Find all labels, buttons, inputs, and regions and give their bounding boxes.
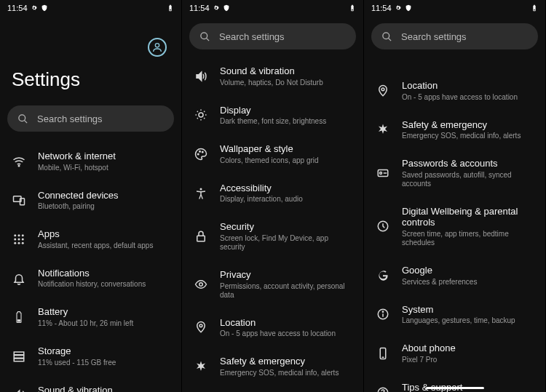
item-system[interactable]: SystemLanguages, gestures, time, backup: [371, 295, 538, 335]
item-about-phone[interactable]: About phonePixel 7 Pro: [371, 334, 538, 373]
svg-rect-17: [14, 355, 24, 358]
svg-point-14: [22, 242, 24, 244]
item-passwords[interactable]: Passwords & accountsSaved passwords, aut…: [189, 386, 356, 392]
item-sub: 11% used - 115 GB free: [38, 359, 116, 367]
search-settings[interactable]: Search settings: [371, 23, 538, 49]
item-sub: 11% - About 10 hr, 26 min left: [38, 319, 133, 328]
wifi-icon: [12, 154, 26, 169]
item-title: Sound & vibration: [38, 385, 141, 392]
svg-point-9: [14, 238, 16, 240]
status-bar: 11:54: [364, 0, 545, 16]
svg-point-7: [18, 234, 20, 236]
battery-icon: [349, 4, 356, 12]
svg-point-31: [383, 32, 389, 39]
item-sub: Services & preferences: [402, 278, 477, 287]
phone-screen-3: 11:54 Search settings LocationOn - 5 app…: [364, 0, 546, 392]
item-sub: On - 5 apps have access to location: [402, 93, 518, 102]
gesture-nav-bar[interactable]: [426, 387, 484, 389]
shield-icon: [405, 4, 412, 12]
item-wellbeing[interactable]: Digital Wellbeing & parental controlsScr…: [371, 197, 538, 256]
gear-icon: [395, 4, 402, 12]
item-title: Google: [402, 265, 477, 276]
svg-point-24: [202, 151, 204, 153]
item-sub: Pixel 7 Pro: [402, 356, 456, 364]
item-location[interactable]: LocationOn - 5 apps have access to locat…: [371, 71, 538, 111]
svg-point-1: [19, 114, 25, 121]
battery-icon: [12, 310, 26, 324]
item-title: Digital Wellbeing & parental controls: [402, 206, 534, 228]
item-sub: Notification history, conversations: [38, 280, 146, 289]
svg-rect-26: [197, 236, 205, 241]
item-sub: Colors, themed icons, app grid: [220, 156, 319, 165]
item-sub: Screen lock, Find My Device, app securit…: [220, 234, 352, 252]
svg-rect-16: [14, 352, 24, 355]
devices-icon: [12, 193, 26, 207]
search-settings[interactable]: Search settings: [7, 105, 174, 132]
item-title: Security: [220, 221, 352, 233]
item-sound[interactable]: Sound & vibrationVolume, haptics, Do Not…: [189, 57, 356, 96]
search-icon: [199, 31, 210, 42]
item-safety[interactable]: Safety & emergencyEmergency SOS, medical…: [189, 347, 356, 386]
svg-point-6: [14, 234, 16, 236]
svg-point-8: [22, 234, 24, 236]
item-title: Connected devices: [38, 190, 119, 201]
svg-point-27: [199, 283, 203, 287]
item-title: Battery: [38, 306, 133, 318]
item-title: Apps: [38, 228, 153, 240]
svg-point-0: [155, 44, 159, 47]
item-tips[interactable]: Tips & supportHelp articles, phone & cha…: [371, 373, 538, 392]
item-passwords[interactable]: Passwords & accountsSaved passwords, aut…: [371, 149, 538, 197]
search-icon: [381, 31, 392, 42]
palette-icon: [194, 147, 208, 161]
item-sub: Dark theme, font size, brightness: [220, 117, 326, 126]
gear-icon: [213, 4, 220, 12]
svg-point-22: [198, 153, 199, 155]
item-connected-devices[interactable]: Connected devicesBluetooth, pairing: [7, 181, 174, 220]
item-title: Display: [220, 105, 326, 116]
item-title: Safety & emergency: [402, 119, 521, 131]
item-network[interactable]: Network & internetMobile, Wi-Fi, hotspot: [7, 142, 174, 181]
phone-screen-2: 11:54 Search settings Sound & vibrationV…: [182, 0, 364, 392]
item-wallpaper[interactable]: Wallpaper & styleColors, themed icons, a…: [189, 135, 356, 174]
search-placeholder: Search settings: [219, 31, 285, 42]
item-title: Accessibility: [220, 183, 303, 194]
profile-avatar[interactable]: [148, 38, 167, 57]
item-apps[interactable]: AppsAssistant, recent apps, default apps: [7, 220, 174, 259]
item-title: Privacy: [220, 269, 352, 281]
item-storage[interactable]: Storage11% used - 115 GB free: [7, 337, 174, 376]
phone-screen-1: 11:54 Settings Search settings Network &…: [0, 0, 182, 392]
item-display[interactable]: DisplayDark theme, font size, brightness: [189, 96, 356, 135]
item-sub: On - 5 apps have access to location: [220, 329, 336, 338]
item-privacy[interactable]: PrivacyPermissions, account activity, pe…: [189, 260, 356, 308]
search-icon: [17, 113, 28, 124]
item-notifications[interactable]: NotificationsNotification history, conve…: [7, 259, 174, 298]
item-safety[interactable]: Safety & emergencyEmergency SOS, medical…: [371, 111, 538, 150]
battery-icon: [531, 4, 538, 12]
item-title: Notifications: [38, 268, 146, 279]
svg-point-3: [18, 165, 20, 167]
item-battery[interactable]: Battery11% - About 10 hr, 26 min left: [7, 297, 174, 337]
item-sound[interactable]: Sound & vibrationVolume, haptics, Do Not…: [7, 376, 174, 392]
accessibility-icon: [194, 186, 208, 201]
search-settings[interactable]: Search settings: [189, 23, 356, 49]
svg-point-11: [22, 238, 24, 240]
svg-point-28: [199, 324, 202, 327]
location-icon: [376, 84, 390, 98]
svg-point-39: [382, 311, 383, 312]
item-location[interactable]: LocationOn - 5 apps have access to locat…: [189, 308, 356, 348]
status-time: 11:54: [371, 4, 392, 12]
item-accessibility[interactable]: AccessibilityDisplay, interaction, audio: [189, 174, 356, 213]
emergency-icon: [194, 359, 208, 374]
svg-point-19: [201, 32, 207, 39]
item-sub: Languages, gestures, time, backup: [402, 316, 515, 325]
item-security[interactable]: SecurityScreen lock, Find My Device, app…: [189, 212, 356, 260]
search-placeholder: Search settings: [37, 113, 103, 124]
item-sub: Saved passwords, autofill, synced accoun…: [402, 171, 534, 188]
wellbeing-icon: [376, 219, 390, 233]
bell-icon: [12, 271, 26, 286]
status-time: 11:54: [189, 4, 210, 12]
phone-icon: [376, 346, 390, 361]
item-title: Network & internet: [38, 151, 116, 162]
item-google[interactable]: GoogleServices & preferences: [371, 256, 538, 295]
item-title: Safety & emergency: [220, 356, 339, 367]
